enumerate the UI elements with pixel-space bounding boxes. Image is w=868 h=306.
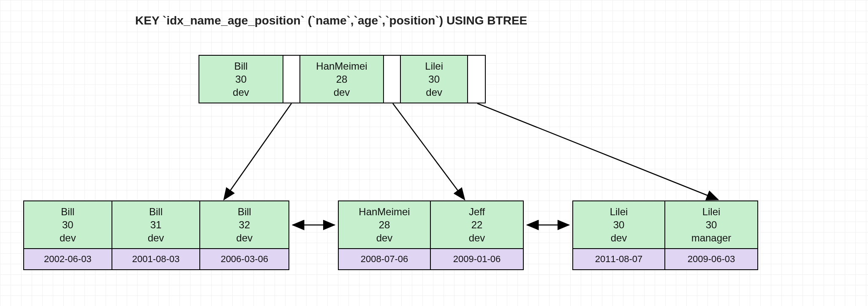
leaf-0-key-1-name: Bill	[149, 205, 163, 218]
root-ptr-1	[384, 56, 401, 103]
root-key-2-position: dev	[426, 86, 442, 99]
root-key-1-age: 28	[336, 73, 348, 86]
leaf-2-key-1-age: 30	[706, 218, 717, 231]
root-ptr-0	[283, 56, 300, 103]
root-key-2-age: 30	[428, 73, 440, 86]
leaf-2-key-1-position: manager	[691, 231, 732, 244]
leaf-0-date-1: 2001-08-03	[112, 249, 201, 269]
root-key-1: HanMeimei 28 dev	[300, 56, 384, 103]
root-key-1-position: dev	[334, 86, 350, 99]
leaf-2-key-1-name: Lilei	[702, 205, 721, 218]
root-ptr-2	[468, 56, 485, 103]
root-key-2: Lilei 30 dev	[401, 56, 468, 103]
leaf-0-key-0-age: 30	[62, 218, 73, 231]
svg-line-4	[477, 103, 718, 200]
diagram-title: KEY `idx_name_age_position` (`name`,`age…	[135, 14, 527, 27]
leaf-2-key-1: Lilei 30 manager	[665, 201, 757, 248]
svg-line-2	[224, 103, 291, 200]
svg-line-3	[393, 103, 465, 200]
leaf-1-key-1: Jeff 22 dev	[431, 201, 523, 248]
leaf-2-key-0-position: dev	[611, 231, 627, 244]
btree-root-node: Bill 30 dev HanMeimei 28 dev Lilei 30 de…	[199, 55, 486, 103]
leaf-0-date-0: 2002-06-03	[24, 249, 112, 269]
btree-leaf-0: Bill 30 dev Bill 31 dev Bill 32 dev	[23, 200, 289, 249]
leaf-0-date-2: 2006-03-06	[200, 249, 288, 269]
leaf-1-key-0-age: 28	[379, 218, 390, 231]
btree-leaf-1-dates: 2008-07-06 2009-01-06	[338, 249, 524, 270]
leaf-2-date-0: 2011-08-07	[573, 249, 665, 269]
root-key-2-name: Lilei	[425, 60, 443, 73]
leaf-2-key-0: Lilei 30 dev	[573, 201, 665, 248]
root-key-0-age: 30	[235, 73, 247, 86]
leaf-1-key-0-position: dev	[376, 231, 393, 244]
leaf-1-key-0: HanMeimei 28 dev	[339, 201, 431, 248]
leaf-2-date-1: 2009-06-03	[665, 249, 757, 269]
leaf-0-key-0-position: dev	[60, 231, 76, 244]
leaf-0-key-1-age: 31	[150, 218, 162, 231]
root-key-0: Bill 30 dev	[199, 56, 283, 103]
leaf-0-key-2-name: Bill	[238, 205, 251, 218]
btree-leaf-2-dates: 2011-08-07 2009-06-03	[572, 249, 758, 270]
leaf-2-key-0-age: 30	[613, 218, 625, 231]
leaf-1-key-1-position: dev	[469, 231, 485, 244]
leaf-1-key-1-name: Jeff	[469, 205, 485, 218]
leaf-0-key-2-age: 32	[239, 218, 250, 231]
leaf-1-date-0: 2008-07-06	[339, 249, 431, 269]
leaf-0-key-0-name: Bill	[61, 205, 74, 218]
root-key-0-position: dev	[233, 86, 249, 99]
leaf-1-key-0-name: HanMeimei	[359, 205, 410, 218]
leaf-0-key-1-position: dev	[148, 231, 164, 244]
btree-leaf-1: HanMeimei 28 dev Jeff 22 dev	[338, 200, 524, 249]
leaf-0-key-2-position: dev	[236, 231, 253, 244]
leaf-1-key-1-age: 22	[471, 218, 483, 231]
root-key-0-name: Bill	[234, 60, 248, 73]
leaf-0-key-0: Bill 30 dev	[24, 201, 112, 248]
root-key-1-name: HanMeimei	[316, 60, 367, 73]
leaf-0-key-1: Bill 31 dev	[112, 201, 201, 248]
btree-leaf-2: Lilei 30 dev Lilei 30 manager	[572, 200, 758, 249]
leaf-0-key-2: Bill 32 dev	[200, 201, 288, 248]
btree-leaf-0-dates: 2002-06-03 2001-08-03 2006-03-06	[23, 249, 289, 270]
leaf-2-key-0-name: Lilei	[610, 205, 628, 218]
leaf-1-date-1: 2009-01-06	[431, 249, 523, 269]
